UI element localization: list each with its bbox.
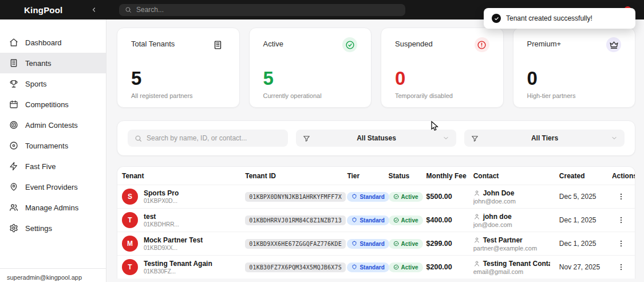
contact-email: john@doe.com xyxy=(473,198,550,205)
check-icon xyxy=(492,14,501,23)
row-actions-button[interactable] xyxy=(615,214,627,226)
sidebar-item-label: Competitions xyxy=(25,100,69,109)
more-vertical-icon xyxy=(617,263,625,271)
tier-filter-select[interactable]: All Tiers xyxy=(464,130,625,147)
person-icon xyxy=(473,260,480,267)
col-tier: Tier xyxy=(342,167,384,185)
table-row[interactable]: M Mock Partner Test 01KBD9XX... 01KBD9XX… xyxy=(117,232,635,256)
contact-email: email@gmail.com xyxy=(473,268,550,275)
brand-area: KingPool xyxy=(0,5,106,15)
sidebar-item-manage-admins[interactable]: Manage Admins xyxy=(0,197,106,218)
row-actions-button[interactable] xyxy=(615,261,627,273)
contact-email: partner@example.com xyxy=(473,245,550,252)
sidebar-item-tenants[interactable]: Tenants xyxy=(0,53,106,73)
tenant-name: Sports Pro xyxy=(144,189,179,197)
stat-value: 5 xyxy=(131,69,226,88)
avatar: M xyxy=(122,236,138,252)
sidebar-user-email[interactable]: superadmin@kingpool.app xyxy=(0,268,106,282)
alert-circle-icon xyxy=(475,37,489,52)
col-monthly-fee: Monthly Fee xyxy=(422,167,469,185)
created-date: Nov 27, 2025 xyxy=(559,263,600,271)
stats-row: Total Tenants 5 All registered partners … xyxy=(117,28,635,108)
sidebar-item-label: Manage Admins xyxy=(25,203,78,212)
sidebar-item-label: Settings xyxy=(25,224,52,233)
status-badge: Active xyxy=(389,192,423,202)
gear-icon xyxy=(9,224,18,233)
building-icon xyxy=(9,58,18,68)
chevron-down-icon xyxy=(611,135,618,142)
disc-icon xyxy=(9,141,18,150)
home-icon xyxy=(9,38,18,47)
table-row[interactable]: T test 01KBDHRR... 01KBDHRRVJ01RM84C8Z1N… xyxy=(117,209,635,232)
status-badge: Active xyxy=(389,263,423,272)
monthly-fee: $500.00 xyxy=(426,193,452,201)
stat-label: Premium+ xyxy=(527,40,562,48)
table-row[interactable]: S Sports Pro 01KBPX0D... 01KBPX0DNYNJKB1… xyxy=(117,185,635,209)
sidebar-item-admin-contests[interactable]: Admin Contests xyxy=(0,115,106,135)
global-search-input[interactable] xyxy=(136,6,400,14)
main-content: Total Tenants 5 All registered partners … xyxy=(106,19,644,282)
tier-badge: Standard xyxy=(347,263,389,272)
tenant-id-pill: 01KBDHRRVJ01RM84C8Z1NZB713 xyxy=(245,216,346,225)
status-badge: Active xyxy=(389,216,423,225)
filter-bar: All Statuses All Tiers xyxy=(117,120,635,156)
person-icon xyxy=(473,190,480,197)
tenant-name: test xyxy=(144,213,179,221)
zap-icon xyxy=(9,162,18,171)
person-icon xyxy=(473,237,480,244)
sidebar-item-label: Event Providers xyxy=(25,183,78,191)
sidebar-item-competitions[interactable]: Competitions xyxy=(0,94,106,115)
status-badge: Active xyxy=(389,239,423,249)
col-created: Created xyxy=(555,167,607,185)
sidebar-item-tournaments[interactable]: Tournaments xyxy=(0,135,106,156)
crown-icon xyxy=(606,37,621,52)
stat-card-active: Active 5 Currently operational xyxy=(249,28,372,108)
stat-card-total-tenants: Total Tenants 5 All registered partners xyxy=(117,28,240,108)
tenants-table: Tenant Tenant ID Tier Status Monthly Fee… xyxy=(117,166,635,279)
more-vertical-icon xyxy=(617,193,625,201)
contact-email: jon@doe.com xyxy=(473,221,550,228)
sidebar-item-dashboard[interactable]: Dashboard xyxy=(0,32,106,53)
more-vertical-icon xyxy=(617,240,625,248)
chevron-down-icon xyxy=(442,135,449,142)
col-status: Status xyxy=(384,167,422,185)
sidebar-item-sports[interactable]: Sports xyxy=(0,73,106,94)
tenant-name: Mock Partner Test xyxy=(144,236,203,244)
stat-label: Total Tenants xyxy=(131,40,175,48)
table-header-row: Tenant Tenant ID Tier Status Monthly Fee… xyxy=(117,167,635,185)
avatar: S xyxy=(122,189,138,205)
sidebar-item-label: Admin Contests xyxy=(25,121,78,130)
building-icon xyxy=(211,37,226,52)
status-filter-value: All Statuses xyxy=(315,134,438,142)
table-row[interactable]: T Testing Tenant Again 01KB30FZ... 01KB3… xyxy=(117,256,635,279)
chevron-left-icon xyxy=(90,6,97,13)
sidebar-collapse-button[interactable] xyxy=(89,5,98,14)
monthly-fee: $299.00 xyxy=(426,240,452,248)
sidebar-nav: Dashboard Tenants Sports Competitions Ad… xyxy=(0,19,106,238)
target-icon xyxy=(9,120,18,130)
monthly-fee: $400.00 xyxy=(426,216,452,224)
stat-card-premium: Premium+ 0 High-tier partners xyxy=(513,28,636,108)
person-icon xyxy=(473,213,480,220)
created-date: Dec 1, 2025 xyxy=(559,216,596,224)
col-actions: Actions xyxy=(607,167,635,185)
col-contact: Contact xyxy=(469,167,555,185)
stat-value: 5 xyxy=(263,69,358,88)
created-date: Dec 1, 2025 xyxy=(559,240,596,248)
tenant-name: Testing Tenant Again xyxy=(144,260,212,268)
tenant-id-pill: 01KB30FZ7X6PQM34X5MQJB6X7S xyxy=(245,263,346,272)
contact-name: john doe xyxy=(483,213,512,221)
sidebar-item-settings[interactable]: Settings xyxy=(0,218,106,238)
tenant-search-input[interactable] xyxy=(147,134,281,142)
toast-notification[interactable]: Tenant created successfully! xyxy=(484,8,635,29)
avatar: T xyxy=(122,259,138,275)
row-actions-button[interactable] xyxy=(615,190,627,203)
sidebar-item-event-providers[interactable]: Event Providers xyxy=(0,177,106,197)
tenant-id-pill: 01KBPX0DNYNJKB1AHRKYFMFF7X xyxy=(245,192,346,202)
status-filter-select[interactable]: All Statuses xyxy=(296,130,456,147)
filter-funnel-icon xyxy=(471,135,479,142)
tenant-short-id: 01KBD9XX... xyxy=(144,245,203,251)
row-actions-button[interactable] xyxy=(615,237,627,250)
sidebar-item-fast-five[interactable]: Fast Five xyxy=(0,156,106,177)
search-icon xyxy=(135,135,142,142)
